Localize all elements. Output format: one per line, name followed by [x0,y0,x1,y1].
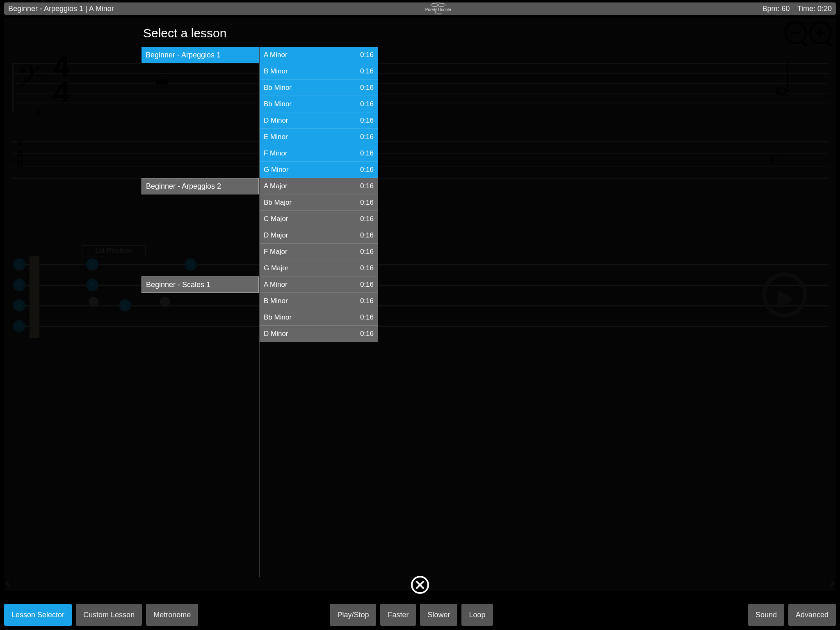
lesson-item-name: A Major [264,182,288,190]
lesson-item-name: Bb Minor [264,313,292,322]
lesson-item-name: B Minor [264,297,288,305]
lesson-item-duration: 0:16 [360,182,374,190]
lesson-item-name: F Minor [264,149,288,158]
lesson-item-duration: 0:16 [360,84,374,92]
lesson-item[interactable]: Bb Minor0:16 [260,96,378,112]
lesson-item[interactable]: Bb Minor0:16 [260,80,378,96]
lesson-item-duration: 0:16 [360,67,374,75]
lesson-selector-panel: Select a lesson Beginner - Arpeggios 1Be… [142,24,379,394]
lesson-item-duration: 0:16 [360,100,374,108]
lesson-item-duration: 0:16 [360,199,374,207]
lesson-item-duration: 0:16 [360,215,374,223]
lesson-item[interactable]: D Minor0:16 [260,112,378,129]
lesson-item-name: G Minor [264,166,288,174]
lesson-group[interactable]: Beginner - Arpeggios 1 [142,47,259,63]
top-bar: Beginner - Arpeggios 1 | A Minor Purely … [4,2,525,15]
lesson-item-duration: 0:16 [360,51,374,59]
lesson-item-duration: 0:16 [360,264,374,272]
lesson-item-name: D Minor [264,330,288,338]
lesson-item[interactable]: E Minor0:16 [260,129,378,145]
lesson-item-name: E Minor [264,133,288,141]
lesson-item-name: Bb Minor [264,84,292,92]
lesson-item-name: G Major [264,264,288,272]
lesson-group[interactable]: Beginner - Scales 1 [142,276,259,293]
lesson-item-duration: 0:16 [360,297,374,305]
app-logo: Purely Double Bass [425,2,451,15]
lesson-item[interactable]: B Minor0:16 [260,63,378,80]
lesson-item[interactable]: G Major0:16 [260,260,378,276]
lesson-item-duration: 0:16 [360,231,374,240]
lesson-item-duration: 0:16 [360,133,374,141]
lesson-item[interactable]: A Minor0:16 [260,47,378,63]
lesson-item-duration: 0:16 [360,281,374,289]
lesson-title: Beginner - Arpeggios 1 | A Minor [8,5,114,13]
panel-title: Select a lesson [142,24,379,47]
lesson-item-name: D Major [264,231,288,240]
lesson-item[interactable]: Bb Minor0:16 [260,309,378,326]
lesson-item-duration: 0:16 [360,149,374,158]
lesson-item[interactable]: A Minor0:16 [260,276,378,293]
lesson-item[interactable]: Bb Major0:16 [260,194,378,211]
svg-point-1 [432,3,438,7]
lesson-item-duration: 0:16 [360,166,374,174]
lesson-item-name: B Minor [264,67,288,75]
lesson-item[interactable]: F Minor0:16 [260,145,378,162]
lesson-item[interactable]: C Major0:16 [260,211,378,227]
lesson-item[interactable]: A Major0:16 [260,178,378,194]
lesson-item-name: Bb Major [264,199,292,207]
lesson-item[interactable]: G Minor0:16 [260,162,378,178]
lesson-item-duration: 0:16 [360,313,374,322]
bass-clef-icon: 𝄢 [16,59,40,102]
lesson-item[interactable]: D Minor0:16 [260,326,378,342]
lesson-item-name: F Major [264,248,288,256]
lesson-item-name: C Major [264,215,288,223]
lesson-item-name: D Minor [264,116,288,125]
lesson-item-list: A Minor0:16B Minor0:16Bb Minor0:16Bb Min… [259,47,378,394]
lesson-item-duration: 0:16 [360,330,374,338]
lesson-item[interactable]: D Major0:16 [260,227,378,244]
svg-point-2 [438,3,444,7]
lesson-item[interactable]: F Major0:16 [260,244,378,260]
lesson-group-list: Beginner - Arpeggios 1Beginner - Arpeggi… [142,47,259,394]
lesson-group[interactable]: Beginner - Arpeggios 2 [142,178,259,194]
lesson-item-name: A Minor [264,281,288,289]
lesson-item-name: Bb Minor [264,100,292,108]
lesson-item[interactable]: B Minor0:16 [260,293,378,309]
lesson-item-duration: 0:16 [360,248,374,256]
lesson-item-name: A Minor [264,51,288,59]
position-label: 1st Position [82,245,146,256]
lesson-item-duration: 0:16 [360,116,374,125]
